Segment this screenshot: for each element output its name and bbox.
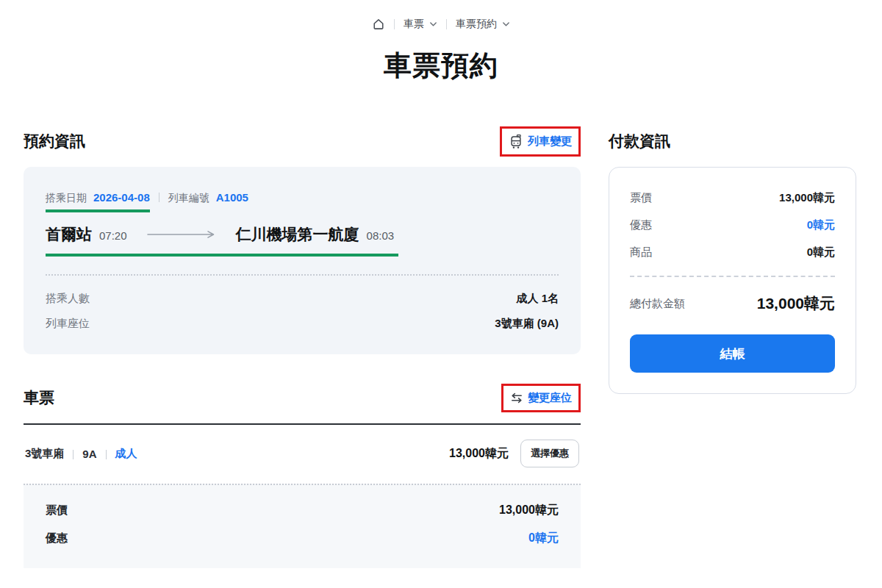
breadcrumb-item-reservation[interactable]: 車票預約	[456, 18, 510, 31]
chevron-down-icon	[502, 21, 510, 27]
checkout-button[interactable]: 結帳	[630, 334, 835, 373]
annotation-box-change-train: 列車變更	[500, 126, 581, 157]
reservation-section-head: 預約資訊 列車變更	[24, 124, 581, 158]
ticket-section-head: 車票 變更座位	[24, 381, 581, 415]
departure-station: 首爾站	[46, 224, 92, 245]
select-discount-button[interactable]: 選擇優惠	[520, 440, 579, 467]
annotation-box-change-seat: 變更座位	[501, 384, 581, 412]
payment-goods-row: 商品 0韓元	[630, 245, 835, 259]
ticket-price-group: 13,000韓元 選擇優惠	[449, 440, 579, 467]
change-train-button[interactable]: 列車變更	[509, 134, 572, 149]
payment-fare-label: 票價	[630, 191, 652, 205]
payment-section-title: 付款資訊	[609, 131, 670, 151]
seat-label: 列車座位	[46, 317, 90, 331]
passenger-count-value: 成人 1名	[516, 292, 559, 306]
reservation-meta-row: 搭乘日期 2026-04-08 列車編號 A1005	[46, 190, 559, 212]
swap-arrows-icon	[510, 392, 523, 404]
reservation-card: 搭乘日期 2026-04-08 列車編號 A1005 首爾站 07:20 仁川機…	[24, 167, 581, 354]
seat-row: 列車座位 3號車廂 (9A)	[46, 317, 559, 331]
boarding-date-group: 搭乘日期 2026-04-08	[46, 190, 150, 212]
ticket-seat: 9A	[82, 448, 96, 460]
seat-value: 3號車廂 (9A)	[495, 317, 559, 331]
breadcrumb: 車票 車票預約	[0, 18, 882, 31]
journey-row: 首爾站 07:20 仁川機場第一航廈 08:03	[46, 224, 398, 257]
ticket-passenger-type: 成人	[115, 447, 137, 461]
payment-total-label: 總付款金額	[630, 297, 685, 311]
payment-fare-value: 13,000韓元	[779, 191, 835, 205]
discount-row: 優惠 0韓元	[46, 531, 559, 546]
change-seat-label: 變更座位	[528, 391, 572, 405]
breadcrumb-item-label: 車票預約	[456, 18, 497, 31]
home-icon	[372, 18, 385, 31]
payment-section-head: 付款資訊	[609, 124, 856, 158]
ticket-section-title: 車票	[24, 387, 54, 408]
change-seat-button[interactable]: 變更座位	[510, 391, 572, 405]
discount-label: 優惠	[46, 531, 68, 545]
passenger-count-label: 搭乘人數	[46, 292, 90, 306]
payment-fare-row: 票價 13,000韓元	[630, 191, 835, 205]
train-number-label: 列車編號	[168, 190, 209, 205]
divider	[46, 274, 559, 276]
ticket-summary: 票價 13,000韓元 優惠 0韓元	[24, 484, 581, 568]
train-icon	[509, 134, 523, 149]
breadcrumb-separator	[394, 19, 395, 29]
ticket-row: 3號車廂 9A 成人 13,000韓元 選擇優惠	[24, 425, 581, 484]
boarding-date-value: 2026-04-08	[93, 190, 150, 205]
payment-discount-row: 優惠 0韓元	[630, 218, 835, 232]
journey-row-wrap: 首爾站 07:20 仁川機場第一航廈 08:03	[46, 212, 559, 257]
breadcrumb-item-label: 車票	[404, 18, 424, 31]
chevron-down-icon	[429, 21, 437, 27]
arrival-time: 08:03	[367, 229, 395, 242]
fare-value: 13,000韓元	[499, 503, 559, 518]
page-title: 車票預約	[0, 47, 882, 85]
fare-label: 票價	[46, 503, 68, 517]
payment-card: 票價 13,000韓元 優惠 0韓元 商品 0韓元 總付款金額 13,000韓元…	[609, 167, 856, 394]
train-number-value: A1005	[216, 190, 248, 205]
payment-column: 付款資訊 票價 13,000韓元 優惠 0韓元 商品 0韓元 總付款金額 13,…	[609, 124, 856, 568]
fare-row: 票價 13,000韓元	[46, 503, 559, 518]
divider	[106, 450, 107, 459]
reservation-column: 預約資訊 列車變更	[24, 124, 581, 568]
payment-total-row: 總付款金額 13,000韓元	[630, 293, 835, 314]
arrow-right-icon	[146, 230, 217, 239]
main-content: 預約資訊 列車變更	[0, 124, 882, 568]
boarding-date-label: 搭乘日期	[46, 190, 87, 205]
ticket-car: 3號車廂	[25, 447, 64, 461]
ticket-price: 13,000韓元	[449, 446, 509, 462]
passenger-count-row: 搭乘人數 成人 1名	[46, 292, 559, 306]
change-train-label: 列車變更	[528, 135, 572, 148]
divider	[159, 193, 159, 202]
divider	[630, 276, 835, 277]
payment-discount-label: 優惠	[630, 218, 652, 232]
departure-time: 07:20	[99, 229, 127, 242]
breadcrumb-item-tickets[interactable]: 車票	[404, 18, 437, 31]
train-number-group: 列車編號 A1005	[168, 190, 248, 205]
arrival-station: 仁川機場第一航廈	[236, 224, 359, 245]
payment-goods-value: 0韓元	[807, 245, 835, 259]
discount-value: 0韓元	[528, 531, 559, 546]
breadcrumb-home[interactable]	[372, 18, 385, 31]
divider	[73, 450, 74, 459]
reservation-section-title: 預約資訊	[24, 131, 85, 151]
payment-total-value: 13,000韓元	[757, 293, 835, 314]
payment-goods-label: 商品	[630, 245, 652, 259]
breadcrumb-separator	[446, 19, 447, 29]
payment-discount-value: 0韓元	[807, 218, 835, 232]
ticket-seat-info: 3號車廂 9A 成人	[25, 447, 137, 461]
